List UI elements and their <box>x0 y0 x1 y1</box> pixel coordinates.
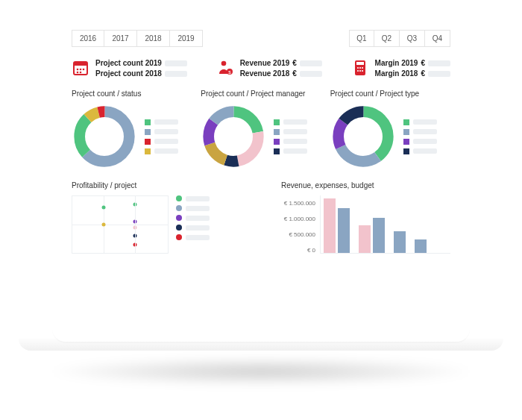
legend-item <box>176 225 210 231</box>
person-money-icon: $ <box>216 59 234 77</box>
kpi-project-count: Project count 2019 Project count 2018 <box>72 59 187 78</box>
svg-rect-1 <box>74 62 87 66</box>
swatch-red <box>145 139 151 145</box>
legend-placeholder <box>283 129 307 134</box>
bar-blue <box>394 231 406 253</box>
kpi-margin-2019-label: Margin 2019 <box>375 59 418 67</box>
revenue-title: Revenue, expenses, budget <box>281 181 450 189</box>
year-filter-group: 2016 2017 2018 2019 <box>72 30 203 47</box>
kpi-project-count-2018-label: Project count 2018 <box>95 69 162 78</box>
donut-manager-legend <box>274 119 307 154</box>
swatch-dot-green <box>176 195 182 201</box>
quarter-filter-q2[interactable]: Q2 <box>374 30 400 47</box>
legend-placeholder <box>283 119 307 125</box>
donut-type-legend <box>403 119 437 154</box>
profitability-scatter <box>72 195 169 254</box>
profitability-section: Profitability / project <box>72 181 266 254</box>
svg-point-17 <box>362 70 363 72</box>
year-filter-2019[interactable]: 2019 <box>170 30 203 47</box>
legend-placeholder <box>154 139 178 144</box>
kpi-row: Project count 2019 Project count 2018 $ … <box>72 59 450 78</box>
donut-row: Project count / status Project count / P… <box>72 90 450 169</box>
legend-placeholder <box>186 216 210 221</box>
legend-placeholder <box>283 148 307 154</box>
legend-placeholder <box>283 139 307 144</box>
svg-point-16 <box>359 70 361 72</box>
swatch-navy <box>274 148 280 154</box>
quarter-filter-q4[interactable]: Q4 <box>425 30 450 47</box>
svg-point-5 <box>77 72 79 74</box>
swatch-yellow <box>145 148 151 154</box>
donut-type-title: Project count / Project type <box>330 90 450 98</box>
kpi-revenue-2019-label: Revenue 2019 <box>240 59 290 67</box>
quarter-filter-group: Q1 Q2 Q3 Q4 <box>349 30 450 47</box>
bar-pink <box>359 225 371 253</box>
axis-tick: € 0 <box>281 247 315 254</box>
legend-placeholder <box>154 119 178 125</box>
svg-rect-11 <box>356 62 364 65</box>
legend-item <box>274 119 307 125</box>
donut-manager-title: Project count / Project manager <box>201 90 321 98</box>
kpi-placeholder <box>165 71 187 77</box>
svg-point-15 <box>357 70 359 72</box>
currency-symbol: € <box>292 69 297 78</box>
svg-point-12 <box>357 67 359 69</box>
legend-item <box>403 119 437 125</box>
year-filter-2016[interactable]: 2016 <box>72 30 104 47</box>
donut-status-title: Project count / status <box>72 90 192 98</box>
scatter-dot <box>133 203 137 207</box>
legend-item <box>403 139 437 145</box>
legend-item <box>274 139 307 145</box>
scatter-dot <box>133 220 137 224</box>
svg-point-7 <box>221 61 226 66</box>
legend-item <box>145 119 178 125</box>
kpi-project-count-2019-label: Project count 2019 <box>95 59 162 67</box>
profitability-title: Profitability / project <box>72 181 266 189</box>
kpi-placeholder <box>300 71 322 77</box>
legend-item <box>145 129 178 135</box>
swatch-blue <box>403 129 409 135</box>
currency-symbol: € <box>292 59 297 67</box>
swatch-blue <box>145 129 151 135</box>
axis-tick: € 1.000.000 <box>281 216 315 222</box>
donut-type-chart <box>330 104 396 169</box>
year-filter-2018[interactable]: 2018 <box>137 30 170 47</box>
year-filter-2017[interactable]: 2017 <box>104 30 137 47</box>
legend-item <box>145 148 178 154</box>
legend-item <box>176 195 210 201</box>
svg-point-14 <box>362 67 363 69</box>
revenue-y-axis: € 1.500.000 € 1.000.000 € 500.000 € 0 <box>281 200 320 254</box>
svg-point-6 <box>80 72 82 74</box>
donut-type: Project count / Project type <box>330 90 450 169</box>
calendar-icon <box>72 59 89 77</box>
quarter-filter-q1[interactable]: Q1 <box>349 30 374 47</box>
legend-item <box>403 129 437 135</box>
legend-item <box>176 234 210 240</box>
svg-point-13 <box>359 67 361 69</box>
legend-placeholder <box>413 148 437 154</box>
svg-point-3 <box>80 69 82 71</box>
swatch-purple <box>403 139 409 145</box>
currency-symbol: € <box>421 59 425 67</box>
bar-blue <box>338 208 350 253</box>
legend-item <box>145 139 178 145</box>
scatter-dot <box>133 234 137 238</box>
legend-placeholder <box>413 119 437 125</box>
legend-item <box>176 215 210 221</box>
kpi-placeholder <box>165 60 187 66</box>
kpi-margin: Margin 2019€ Margin 2018€ <box>351 59 450 78</box>
legend-placeholder <box>186 225 210 231</box>
quarter-filter-q3[interactable]: Q3 <box>400 30 425 47</box>
legend-item <box>176 205 210 211</box>
swatch-green <box>403 119 409 125</box>
legend-item <box>274 148 307 154</box>
svg-point-4 <box>83 69 85 71</box>
kpi-revenue-2018-label: Revenue 2018 <box>240 69 290 78</box>
legend-placeholder <box>413 139 437 144</box>
swatch-navy <box>403 148 409 154</box>
swatch-dot-purple <box>176 215 182 221</box>
donut-manager-chart <box>201 104 266 169</box>
legend-placeholder <box>186 235 210 240</box>
profitability-legend <box>176 195 210 254</box>
bottom-row: Profitability / project <box>72 181 450 254</box>
